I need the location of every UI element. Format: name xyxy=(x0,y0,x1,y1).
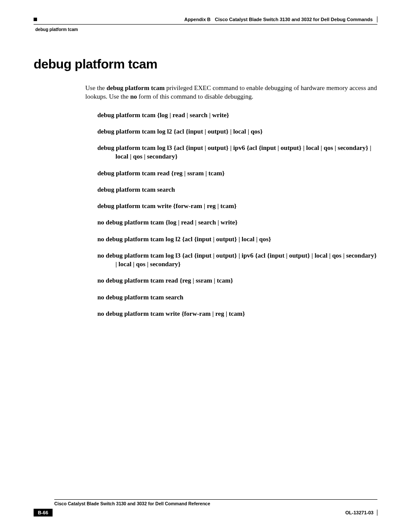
vertical-rule-icon xyxy=(377,16,377,22)
vertical-rule-icon xyxy=(377,510,377,516)
syntax-line: no debug platform tcam {log | read | sea… xyxy=(97,218,377,227)
syntax-line: debug platform tcam log l3 {acl {input |… xyxy=(97,143,377,161)
page-footer: Cisco Catalyst Blade Switch 3130 and 303… xyxy=(34,499,377,516)
intro-no: no xyxy=(130,93,137,100)
footer-rule xyxy=(54,499,377,500)
footer-bottom: B-66 OL-13271-03 xyxy=(34,509,377,516)
syntax-block: debug platform tcam {log | read | search… xyxy=(97,111,377,318)
section-breadcrumb: debug platform tcam xyxy=(35,27,377,32)
intro-paragraph: Use the debug platform tcam privileged E… xyxy=(85,84,377,101)
square-marker-icon xyxy=(34,18,37,21)
intro-cmd: debug platform tcam xyxy=(106,84,165,91)
syntax-line: debug platform tcam read {reg | ssram | … xyxy=(97,169,377,177)
syntax-line: debug platform tcam log l2 {acl {input |… xyxy=(97,127,377,136)
intro-post: form of this command to disable debuggin… xyxy=(137,93,253,100)
appendix-label: Appendix B xyxy=(184,17,211,22)
page-title: debug platform tcam xyxy=(34,57,377,72)
footer-right: OL-13271-03 xyxy=(346,510,377,516)
appendix-title: Cisco Catalyst Blade Switch 3130 and 303… xyxy=(215,17,373,22)
syntax-line: debug platform tcam search xyxy=(97,185,377,194)
page-header: Appendix B Cisco Catalyst Blade Switch 3… xyxy=(34,16,377,22)
syntax-line: debug platform tcam {log | read | search… xyxy=(97,111,377,119)
header-left-marker xyxy=(34,18,37,21)
body-content: Use the debug platform tcam privileged E… xyxy=(85,84,377,318)
syntax-line: no debug platform tcam write {forw-ram |… xyxy=(97,309,377,318)
header-rule xyxy=(34,24,377,25)
doc-id: OL-13271-03 xyxy=(346,510,374,515)
syntax-line: no debug platform tcam search xyxy=(97,293,377,302)
syntax-line: debug platform tcam write {forw-ram | re… xyxy=(97,202,377,210)
intro-pre: Use the xyxy=(85,84,106,91)
syntax-line: no debug platform tcam log l3 {acl {inpu… xyxy=(97,251,377,269)
header-right: Appendix B Cisco Catalyst Blade Switch 3… xyxy=(184,16,377,22)
syntax-line: no debug platform tcam read {reg | ssram… xyxy=(97,276,377,285)
syntax-line: no debug platform tcam log l2 {acl {inpu… xyxy=(97,235,377,243)
footer-doc-title: Cisco Catalyst Blade Switch 3130 and 303… xyxy=(54,501,377,506)
page-number: B-66 xyxy=(34,509,53,516)
